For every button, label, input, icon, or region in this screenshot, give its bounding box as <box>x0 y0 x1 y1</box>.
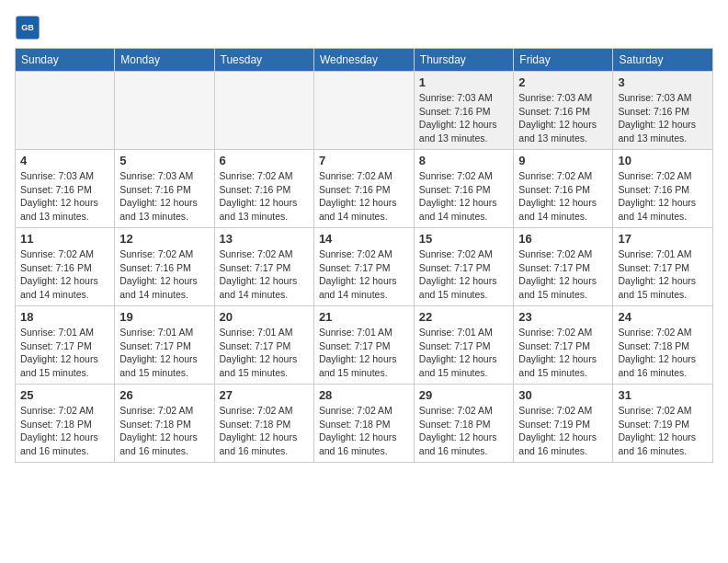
svg-text:GB: GB <box>21 23 34 32</box>
calendar-cell: 19Sunrise: 7:01 AM Sunset: 7:17 PM Dayli… <box>115 306 214 385</box>
calendar-cell: 4Sunrise: 7:03 AM Sunset: 7:16 PM Daylig… <box>16 150 115 228</box>
day-number: 18 <box>20 310 109 324</box>
day-number: 20 <box>220 310 309 324</box>
calendar-cell: 3Sunrise: 7:03 AM Sunset: 7:16 PM Daylig… <box>613 72 713 150</box>
calendar-cell: 1Sunrise: 7:03 AM Sunset: 7:16 PM Daylig… <box>414 72 514 150</box>
calendar-cell: 11Sunrise: 7:02 AM Sunset: 7:16 PM Dayli… <box>16 228 115 306</box>
day-number: 14 <box>319 232 409 246</box>
calendar-cell: 9Sunrise: 7:02 AM Sunset: 7:16 PM Daylig… <box>514 150 613 228</box>
calendar-cell: 7Sunrise: 7:02 AM Sunset: 7:16 PM Daylig… <box>313 150 414 228</box>
day-number: 28 <box>319 388 409 402</box>
day-number: 12 <box>119 232 209 246</box>
day-number: 26 <box>119 388 209 402</box>
day-number: 23 <box>518 310 608 324</box>
day-info: Sunrise: 7:02 AM Sunset: 7:17 PM Dayligh… <box>419 247 509 302</box>
weekday-header-saturday: Saturday <box>613 49 713 72</box>
calendar-cell: 12Sunrise: 7:02 AM Sunset: 7:16 PM Dayli… <box>115 228 214 306</box>
day-info: Sunrise: 7:01 AM Sunset: 7:17 PM Dayligh… <box>119 326 209 380</box>
calendar-cell: 14Sunrise: 7:02 AM Sunset: 7:17 PM Dayli… <box>313 228 414 306</box>
day-info: Sunrise: 7:01 AM Sunset: 7:17 PM Dayligh… <box>419 326 509 380</box>
day-info: Sunrise: 7:01 AM Sunset: 7:17 PM Dayligh… <box>618 247 708 302</box>
day-info: Sunrise: 7:03 AM Sunset: 7:16 PM Dayligh… <box>119 169 209 224</box>
day-info: Sunrise: 7:02 AM Sunset: 7:18 PM Dayligh… <box>119 404 209 458</box>
day-info: Sunrise: 7:02 AM Sunset: 7:18 PM Dayligh… <box>20 404 109 458</box>
day-number: 9 <box>518 154 608 167</box>
calendar-cell: 23Sunrise: 7:02 AM Sunset: 7:17 PM Dayli… <box>514 306 613 385</box>
calendar-cell <box>16 72 115 150</box>
calendar-cell: 21Sunrise: 7:01 AM Sunset: 7:17 PM Dayli… <box>313 306 414 385</box>
day-number: 10 <box>618 154 708 167</box>
week-row-4: 18Sunrise: 7:01 AM Sunset: 7:17 PM Dayli… <box>16 306 713 385</box>
day-info: Sunrise: 7:01 AM Sunset: 7:17 PM Dayligh… <box>220 326 309 380</box>
weekday-header-tuesday: Tuesday <box>214 49 313 72</box>
weekday-header-wednesday: Wednesday <box>313 49 414 72</box>
day-number: 30 <box>518 388 608 402</box>
day-number: 19 <box>119 310 209 324</box>
day-number: 24 <box>618 310 708 324</box>
day-info: Sunrise: 7:02 AM Sunset: 7:18 PM Dayligh… <box>618 326 708 380</box>
day-number: 7 <box>319 154 409 167</box>
calendar-cell: 10Sunrise: 7:02 AM Sunset: 7:16 PM Dayli… <box>613 150 713 228</box>
calendar-cell: 6Sunrise: 7:02 AM Sunset: 7:16 PM Daylig… <box>214 150 313 228</box>
week-row-3: 11Sunrise: 7:02 AM Sunset: 7:16 PM Dayli… <box>16 228 713 306</box>
day-info: Sunrise: 7:02 AM Sunset: 7:17 PM Dayligh… <box>518 326 608 380</box>
day-info: Sunrise: 7:01 AM Sunset: 7:17 PM Dayligh… <box>319 326 409 380</box>
week-row-5: 25Sunrise: 7:02 AM Sunset: 7:18 PM Dayli… <box>16 385 713 463</box>
day-info: Sunrise: 7:03 AM Sunset: 7:16 PM Dayligh… <box>20 169 109 224</box>
week-row-1: 1Sunrise: 7:03 AM Sunset: 7:16 PM Daylig… <box>16 72 713 150</box>
day-number: 11 <box>20 232 109 246</box>
calendar-cell <box>214 72 313 150</box>
calendar-cell: 29Sunrise: 7:02 AM Sunset: 7:18 PM Dayli… <box>414 385 514 463</box>
logo-icon: GB <box>15 15 40 40</box>
day-info: Sunrise: 7:02 AM Sunset: 7:16 PM Dayligh… <box>518 169 608 224</box>
day-info: Sunrise: 7:02 AM Sunset: 7:16 PM Dayligh… <box>319 169 409 224</box>
day-number: 31 <box>618 388 708 402</box>
calendar-cell <box>115 72 214 150</box>
day-info: Sunrise: 7:02 AM Sunset: 7:16 PM Dayligh… <box>220 169 309 224</box>
week-row-2: 4Sunrise: 7:03 AM Sunset: 7:16 PM Daylig… <box>16 150 713 228</box>
calendar-cell: 20Sunrise: 7:01 AM Sunset: 7:17 PM Dayli… <box>214 306 313 385</box>
calendar-cell: 31Sunrise: 7:02 AM Sunset: 7:19 PM Dayli… <box>613 385 713 463</box>
day-info: Sunrise: 7:02 AM Sunset: 7:18 PM Dayligh… <box>220 404 309 458</box>
day-number: 17 <box>618 232 708 246</box>
day-info: Sunrise: 7:02 AM Sunset: 7:17 PM Dayligh… <box>319 247 409 302</box>
day-number: 21 <box>319 310 409 324</box>
calendar-cell: 22Sunrise: 7:01 AM Sunset: 7:17 PM Dayli… <box>414 306 514 385</box>
day-info: Sunrise: 7:02 AM Sunset: 7:19 PM Dayligh… <box>618 404 708 458</box>
day-number: 2 <box>518 75 608 89</box>
calendar-cell: 17Sunrise: 7:01 AM Sunset: 7:17 PM Dayli… <box>613 228 713 306</box>
logo: GB <box>15 15 44 40</box>
calendar-cell: 24Sunrise: 7:02 AM Sunset: 7:18 PM Dayli… <box>613 306 713 385</box>
day-number: 3 <box>618 75 708 89</box>
calendar-cell: 15Sunrise: 7:02 AM Sunset: 7:17 PM Dayli… <box>414 228 514 306</box>
calendar-cell: 26Sunrise: 7:02 AM Sunset: 7:18 PM Dayli… <box>115 385 214 463</box>
day-info: Sunrise: 7:02 AM Sunset: 7:18 PM Dayligh… <box>319 404 409 458</box>
day-info: Sunrise: 7:02 AM Sunset: 7:17 PM Dayligh… <box>518 247 608 302</box>
calendar-cell: 25Sunrise: 7:02 AM Sunset: 7:18 PM Dayli… <box>16 385 115 463</box>
calendar-cell: 18Sunrise: 7:01 AM Sunset: 7:17 PM Dayli… <box>16 306 115 385</box>
day-info: Sunrise: 7:02 AM Sunset: 7:16 PM Dayligh… <box>20 247 109 302</box>
calendar-cell <box>313 72 414 150</box>
day-info: Sunrise: 7:02 AM Sunset: 7:19 PM Dayligh… <box>518 404 608 458</box>
weekday-header-friday: Friday <box>514 49 613 72</box>
calendar-cell: 16Sunrise: 7:02 AM Sunset: 7:17 PM Dayli… <box>514 228 613 306</box>
page-header: GB <box>15 15 713 40</box>
day-number: 16 <box>518 232 608 246</box>
day-number: 5 <box>119 154 209 167</box>
day-info: Sunrise: 7:02 AM Sunset: 7:16 PM Dayligh… <box>119 247 209 302</box>
day-info: Sunrise: 7:03 AM Sunset: 7:16 PM Dayligh… <box>518 91 608 145</box>
day-number: 15 <box>419 232 509 246</box>
day-number: 6 <box>220 154 309 167</box>
day-info: Sunrise: 7:03 AM Sunset: 7:16 PM Dayligh… <box>618 91 708 145</box>
day-info: Sunrise: 7:01 AM Sunset: 7:17 PM Dayligh… <box>20 326 109 380</box>
calendar-cell: 13Sunrise: 7:02 AM Sunset: 7:17 PM Dayli… <box>214 228 313 306</box>
day-number: 13 <box>220 232 309 246</box>
day-number: 22 <box>419 310 509 324</box>
day-info: Sunrise: 7:02 AM Sunset: 7:16 PM Dayligh… <box>419 169 509 224</box>
day-info: Sunrise: 7:03 AM Sunset: 7:16 PM Dayligh… <box>419 91 509 145</box>
weekday-header-row: SundayMondayTuesdayWednesdayThursdayFrid… <box>16 49 713 72</box>
day-number: 4 <box>20 154 109 167</box>
day-number: 1 <box>419 75 509 89</box>
weekday-header-monday: Monday <box>115 49 214 72</box>
day-number: 25 <box>20 388 109 402</box>
